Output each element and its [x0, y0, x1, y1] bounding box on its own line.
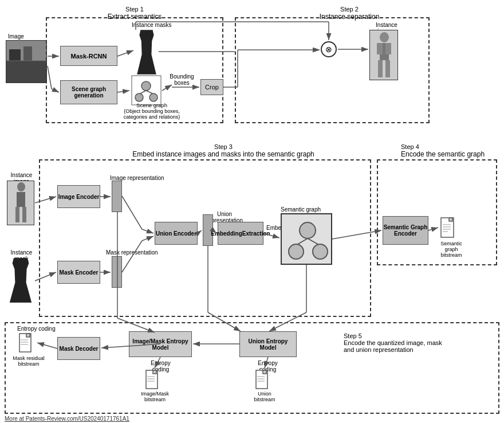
step3-label: Step 3 Embed instance images and masks i…: [115, 143, 332, 158]
svg-point-24: [289, 244, 304, 259]
svg-point-25: [313, 244, 328, 259]
semantic-graph-encoder-box: Semantic Graph Encoder: [383, 216, 428, 245]
instance-image-step2: [369, 30, 398, 80]
semantic-graph-bitstream-label: Semantic graph bitstream: [434, 241, 468, 258]
image-mask-bitstream-label: Image/Mask bitstream: [136, 391, 174, 402]
svg-rect-16: [377, 43, 383, 54]
svg-rect-15: [385, 60, 390, 77]
svg-point-23: [300, 222, 316, 238]
union-bitstream-doc: [255, 369, 271, 390]
union-encoder-box: Union Encoder: [155, 222, 198, 245]
svg-rect-21: [15, 207, 19, 222]
union-entropy-box: Union Entropy Model: [239, 331, 297, 357]
embedding-extraction-box: Embedding Extraction: [218, 222, 263, 245]
semantic-graph-bitstream-doc: [440, 217, 457, 238]
instance-masks-label: Instance masks: [132, 22, 171, 28]
image-encoder-box: Image Encoder: [57, 185, 100, 208]
footer-text: More at Patents-Review.com/US20240171761…: [5, 416, 129, 422]
svg-rect-14: [378, 60, 383, 77]
svg-point-19: [17, 182, 25, 191]
svg-point-7: [135, 93, 143, 101]
mask-encoder-box: Mask Encoder: [57, 261, 100, 284]
extraction-text: Embedding: [211, 230, 242, 237]
mask-repr-label: Mask representation: [106, 249, 158, 256]
input-image: [6, 40, 47, 83]
image-label: Image: [8, 33, 24, 40]
scene-graph-icon: [131, 75, 162, 106]
svg-point-8: [149, 93, 158, 101]
bounding-boxes-label: Bounding boxes: [166, 73, 198, 86]
image-mask-bitstream-doc: [145, 369, 161, 390]
semantic-graph-label-top: Semantic graph: [281, 206, 321, 213]
step4-label: Step 4 Encode the semantic graph: [401, 143, 487, 158]
mask-rcnn-box: Mask-RCNN: [60, 46, 117, 66]
svg-rect-3: [23, 46, 32, 61]
scene-graph-note: Scene graph (Object bounding boxes, cate…: [115, 102, 189, 120]
svg-rect-20: [17, 192, 25, 207]
multiply-symbol: ⊗: [321, 41, 337, 57]
instance-image-step3: [7, 181, 34, 225]
crop-box: Crop: [200, 79, 223, 95]
scene-graph-gen-box: Scene graph generation: [60, 80, 117, 104]
svg-rect-22: [22, 207, 26, 222]
diagram-container: Step 1 Extract semantics Step 2 Instance…: [0, 0, 504, 423]
svg-rect-2: [9, 49, 21, 61]
instance-mask-step3: [7, 258, 34, 303]
mask-feature-block: [112, 256, 122, 288]
union-bitstream-label: Union bitstream: [247, 391, 282, 402]
mask-residual-doc: [18, 332, 34, 353]
svg-point-12: [380, 32, 389, 42]
image-mask-entropy-box: Image/Mask Entropy Model: [129, 331, 192, 357]
extraction-text2: Extraction: [242, 230, 270, 237]
mask-residual-label: Mask residual bitstream: [11, 355, 46, 367]
mask-decoder-box: Mask Decoder: [57, 337, 100, 360]
svg-rect-17: [385, 43, 391, 54]
svg-line-27: [308, 238, 318, 244]
svg-rect-0: [6, 61, 47, 83]
image-feature-block: [112, 181, 122, 212]
svg-line-26: [298, 238, 308, 244]
semantic-graph-box: [281, 213, 332, 265]
svg-point-6: [141, 81, 151, 91]
entropy-coding-label-1: Entropy coding: [17, 326, 56, 332]
